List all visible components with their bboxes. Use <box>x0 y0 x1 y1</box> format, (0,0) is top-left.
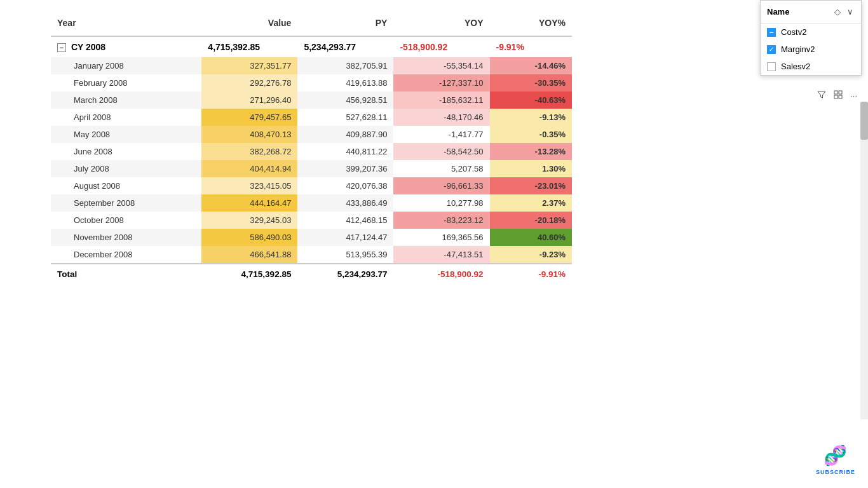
month-yoy-7: -96,661.33 <box>393 177 489 194</box>
table-row: November 2008 586,490.03 417,124.47 169,… <box>51 229 572 246</box>
col-header-year[interactable]: Year <box>51 13 201 36</box>
table-header-row: Year Value PY YOY YOY% <box>51 13 572 36</box>
total-label: Total <box>51 264 201 284</box>
month-py-6: 399,207.36 <box>297 160 393 177</box>
filter-panel-header: Name ◇ ∨ <box>761 1 861 24</box>
month-py-1: 419,613.88 <box>297 74 393 92</box>
month-value-11: 466,541.88 <box>201 246 297 264</box>
month-yoy-pct-7: -23.01% <box>490 177 573 194</box>
filter-item-costv2[interactable]: Costv2 <box>761 24 861 41</box>
filter-item-marginv2[interactable]: Marginv2 <box>761 41 861 58</box>
col-header-yoy[interactable]: YOY <box>393 13 489 36</box>
month-value-1: 292,276.78 <box>201 74 297 92</box>
month-yoy-pct-3: -9.13% <box>490 109 573 126</box>
month-name-5: June 2008 <box>51 143 201 160</box>
data-table: Year Value PY YOY YOY% − CY 2008 4,715,3… <box>51 13 572 284</box>
filter-icon[interactable] <box>816 89 827 102</box>
month-yoy-4: -1,417.77 <box>393 126 489 143</box>
expand-icon[interactable] <box>832 89 844 102</box>
month-py-11: 513,955.39 <box>297 246 393 264</box>
month-value-9: 329,245.03 <box>201 212 297 229</box>
filter-checkbox-marginv2[interactable] <box>767 45 776 54</box>
month-yoy-9: -83,223.12 <box>393 212 489 229</box>
table-row: June 2008 382,268.72 440,811.22 -58,542.… <box>51 143 572 160</box>
col-header-yoy-pct[interactable]: YOY% <box>490 13 573 36</box>
month-yoy-5: -58,542.50 <box>393 143 489 160</box>
col-header-py[interactable]: PY <box>297 13 393 36</box>
month-yoy-8: 10,277.98 <box>393 194 489 212</box>
month-yoy-pct-5: -13.28% <box>490 143 573 160</box>
month-yoy-pct-0: -14.46% <box>490 57 573 74</box>
svg-rect-0 <box>834 91 837 94</box>
month-value-0: 327,351.77 <box>201 57 297 74</box>
collapse-button[interactable]: − <box>57 43 66 52</box>
filter-item-salesv2[interactable]: Salesv2 <box>761 58 861 75</box>
month-name-0: January 2008 <box>51 57 201 74</box>
total-value: 4,715,392.85 <box>201 264 297 284</box>
month-name-7: August 2008 <box>51 177 201 194</box>
month-yoy-1: -127,337.10 <box>393 74 489 92</box>
filter-panel-icons: ◇ ∨ <box>833 6 855 18</box>
table-row: September 2008 444,164.47 433,886.49 10,… <box>51 194 572 212</box>
cy-py: 5,234,293.77 <box>297 36 393 57</box>
filter-checkbox-costv2[interactable] <box>767 28 776 37</box>
cy-year-label: − CY 2008 <box>51 36 201 57</box>
filter-panel-title: Name <box>767 7 789 17</box>
month-py-10: 417,124.47 <box>297 229 393 246</box>
month-yoy-2: -185,632.11 <box>393 92 489 109</box>
month-py-3: 527,628.11 <box>297 109 393 126</box>
cy-value: 4,715,392.85 <box>201 36 297 57</box>
filter-checkbox-salesv2[interactable] <box>767 62 776 71</box>
month-py-0: 382,705.91 <box>297 57 393 74</box>
month-yoy-0: -55,354.14 <box>393 57 489 74</box>
subscribe-watermark: 🧬 SUBSCRIBE <box>816 444 855 475</box>
svg-rect-1 <box>839 91 842 94</box>
total-yoy-pct: -9.91% <box>490 264 573 284</box>
total-row: Total 4,715,392.85 5,234,293.77 -518,900… <box>51 264 572 284</box>
more-options-icon[interactable]: ··· <box>849 90 858 102</box>
month-value-5: 382,268.72 <box>201 143 297 160</box>
month-value-7: 323,415.05 <box>201 177 297 194</box>
month-name-10: November 2008 <box>51 229 201 246</box>
subscribe-text: SUBSCRIBE <box>816 469 855 475</box>
cy-yoy-pct: -9.91% <box>490 36 573 57</box>
month-py-9: 412,468.15 <box>297 212 393 229</box>
table-row: August 2008 323,415.05 420,076.38 -96,66… <box>51 177 572 194</box>
month-py-7: 420,076.38 <box>297 177 393 194</box>
month-py-4: 409,887.90 <box>297 126 393 143</box>
month-name-8: September 2008 <box>51 194 201 212</box>
month-name-6: July 2008 <box>51 160 201 177</box>
col-header-value[interactable]: Value <box>201 13 297 36</box>
svg-rect-2 <box>834 95 837 98</box>
table-container: Year Value PY YOY YOY% − CY 2008 4,715,3… <box>0 0 623 488</box>
month-yoy-10: 169,365.56 <box>393 229 489 246</box>
month-py-5: 440,811.22 <box>297 143 393 160</box>
month-name-11: December 2008 <box>51 246 201 264</box>
cy-year-text: CY 2008 <box>71 42 105 52</box>
total-yoy: -518,900.92 <box>393 264 489 284</box>
month-yoy-pct-2: -40.63% <box>490 92 573 109</box>
dna-icon: 🧬 <box>824 444 847 466</box>
table-row: December 2008 466,541.88 513,955.39 -47,… <box>51 246 572 264</box>
scrollbar-thumb[interactable] <box>860 102 868 140</box>
filter-label-salesv2: Salesv2 <box>781 62 810 71</box>
month-yoy-pct-10: 40.60% <box>490 229 573 246</box>
panel-icons-row: ··· <box>816 89 858 102</box>
month-yoy-11: -47,413.51 <box>393 246 489 264</box>
month-value-4: 408,470.13 <box>201 126 297 143</box>
cy-yoy: -518,900.92 <box>393 36 489 57</box>
month-name-2: March 2008 <box>51 92 201 109</box>
month-yoy-pct-11: -9.23% <box>490 246 573 264</box>
month-yoy-pct-4: -0.35% <box>490 126 573 143</box>
month-value-10: 586,490.03 <box>201 229 297 246</box>
table-row: April 2008 479,457.65 527,628.11 -48,170… <box>51 109 572 126</box>
total-py: 5,234,293.77 <box>297 264 393 284</box>
scrollbar-track[interactable] <box>860 102 868 419</box>
month-name-3: April 2008 <box>51 109 201 126</box>
filter-panel-eraser-icon[interactable]: ◇ <box>833 6 842 18</box>
table-row: February 2008 292,276.78 419,613.88 -127… <box>51 74 572 92</box>
svg-rect-3 <box>839 95 842 98</box>
table-row: May 2008 408,470.13 409,887.90 -1,417.77… <box>51 126 572 143</box>
filter-panel-chevron-icon[interactable]: ∨ <box>846 6 855 18</box>
month-py-2: 456,928.51 <box>297 92 393 109</box>
